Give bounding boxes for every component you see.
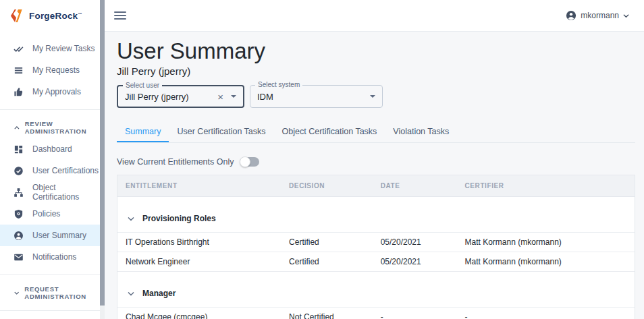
dropdown-arrow-icon[interactable]	[231, 95, 236, 98]
sidebar-scrollbar-thumb[interactable]	[100, 0, 105, 306]
select-user[interactable]: Select user Jill Perry (jperry) ×	[117, 85, 244, 108]
cell-decision: Certified	[281, 252, 373, 271]
cell-date: -	[373, 308, 457, 319]
tab-object-certification-tasks[interactable]: Object Certification Tasks	[274, 121, 385, 142]
select-system[interactable]: Select system IDM	[250, 85, 383, 108]
select-system-label: Select system	[255, 81, 302, 89]
toggle-knob[interactable]	[240, 156, 250, 167]
chevron-down-icon	[14, 291, 19, 295]
sidebar-section-review-administration[interactable]: REVIEW ADMINISTRATION	[0, 117, 105, 138]
group-header-provisioning-roles[interactable]: Provisioning Roles	[117, 197, 635, 233]
sidebar-scrollbar[interactable]	[100, 0, 105, 319]
sidebar-nav: My Review TasksMy RequestsMy ApprovalsRE…	[0, 32, 105, 319]
sidebar-section-request-administration[interactable]: REQUEST ADMINISTRATION	[0, 282, 105, 303]
sidebar-item-policies[interactable]: Policies	[0, 203, 105, 225]
user-avatar-icon	[566, 10, 576, 21]
table-body: Provisioning RolesIT Operations Birthrig…	[117, 197, 635, 319]
select-user-label: Select user	[123, 82, 162, 90]
sitemap-icon	[14, 187, 24, 198]
cell-decision: Not Certified	[281, 308, 373, 319]
column-header-decision: DECISION	[281, 175, 373, 196]
page-title: User Summary	[117, 38, 635, 64]
list-icon	[14, 65, 24, 76]
sidebar-item-object-certifications[interactable]: Object Certifications	[0, 181, 105, 203]
thumbs-up-icon	[14, 87, 24, 97]
sidebar-item-label: Notifications	[32, 252, 76, 262]
column-header-entitlement: ENTITLEMENT	[117, 175, 281, 196]
app-window: ForgeRock™ My Review TasksMy RequestsMy …	[0, 0, 644, 319]
cell-entitlement: Chad Mcgee (cmcgee)	[117, 308, 281, 319]
cell-date: 05/20/2021	[373, 233, 457, 252]
sidebar-divider	[0, 310, 105, 311]
sidebar-item-my-review-tasks[interactable]: My Review Tasks	[0, 38, 105, 59]
sidebar-divider	[0, 274, 105, 275]
tab-summary[interactable]: Summary	[117, 121, 169, 142]
cell-decision: Certified	[281, 233, 373, 252]
sidebar: ForgeRock™ My Review TasksMy RequestsMy …	[0, 0, 105, 319]
sidebar-section-label: REVIEW ADMINISTRATION	[25, 120, 105, 135]
chevron-up-icon	[14, 125, 20, 130]
sidebar-item-my-approvals[interactable]: My Approvals	[0, 81, 105, 103]
sidebar-item-notifications[interactable]: Notifications	[0, 246, 105, 268]
sidebar-item-label: User Certifications	[32, 166, 99, 175]
toggle-label: View Current Entitlements Only	[117, 157, 234, 167]
toggle-row: View Current Entitlements Only	[117, 157, 635, 167]
brand-name: ForgeRock™	[29, 11, 82, 21]
group-header-manager[interactable]: Manager	[117, 272, 635, 308]
table-row: Network EngineerCertified05/20/2021Matt …	[117, 252, 635, 272]
sidebar-item-my-requests[interactable]: My Requests	[0, 59, 105, 81]
sidebar-item-label: My Review Tasks	[32, 44, 95, 53]
account-menu[interactable]: mkormann	[566, 10, 629, 21]
double-check-icon	[14, 44, 24, 54]
entitlements-toggle[interactable]	[241, 157, 259, 167]
user-icon	[14, 231, 24, 241]
sidebar-item-label: My Approvals	[32, 87, 81, 96]
cell-certifier: Matt Kormann (mkormann)	[456, 252, 635, 271]
cell-certifier: -	[456, 308, 635, 319]
mail-icon	[14, 252, 24, 262]
cell-entitlement: IT Operations Birthright	[117, 233, 281, 252]
menu-icon[interactable]	[114, 9, 126, 22]
sidebar-item-dashboard[interactable]: Dashboard	[0, 138, 105, 160]
cell-entitlement: Network Engineer	[117, 252, 281, 271]
column-header-date: DATE	[373, 175, 457, 196]
certificate-seal-icon	[14, 166, 24, 176]
sidebar-divider	[0, 109, 105, 110]
sidebar-item-label: Policies	[32, 209, 60, 219]
sidebar-item-user-certifications[interactable]: User Certifications	[0, 160, 105, 181]
cell-certifier: Matt Kormann (mkormann)	[456, 233, 635, 252]
tab-violation-tasks[interactable]: Violation Tasks	[385, 121, 457, 142]
table-row: Chad Mcgee (cmcgee)Not Certified--	[117, 308, 635, 319]
forgerock-logo-icon	[10, 9, 24, 23]
table-row: IT Operations BirthrightCertified05/20/2…	[117, 233, 635, 252]
chevron-down-icon	[623, 13, 629, 18]
group-name: Manager	[142, 289, 176, 298]
dashboard-grid-icon	[14, 144, 24, 154]
policy-shield-icon	[14, 209, 24, 219]
trademark-mark: ™	[78, 12, 82, 16]
dropdown-arrow-icon[interactable]	[370, 95, 375, 98]
topbar: mkormann	[105, 0, 644, 32]
select-user-value: Jill Perry (jperry)	[125, 92, 217, 102]
page-subtitle: Jill Perry (jperry)	[117, 65, 635, 77]
main-area: mkormann User Summary Jill Perry (jperry…	[105, 0, 644, 319]
table-header: ENTITLEMENTDECISIONDATECERTIFIER	[117, 175, 635, 197]
sidebar-item-label: Dashboard	[32, 144, 72, 154]
select-system-value: IDM	[257, 92, 370, 102]
clear-icon[interactable]: ×	[217, 92, 223, 102]
chevron-down-icon	[128, 216, 134, 221]
brand-logo[interactable]: ForgeRock™	[0, 0, 105, 32]
chevron-down-icon	[128, 291, 134, 296]
sidebar-item-label: User Summary	[32, 231, 86, 240]
tab-user-certification-tasks[interactable]: User Certification Tasks	[169, 121, 273, 142]
sidebar-item-user-summary[interactable]: User Summary	[0, 225, 105, 246]
sidebar-item-label: Object Certifications	[32, 183, 105, 202]
entitlements-table: ENTITLEMENTDECISIONDATECERTIFIER Provisi…	[117, 175, 635, 319]
username-label: mkormann	[581, 11, 619, 20]
page-content: User Summary Jill Perry (jperry) Select …	[105, 32, 644, 319]
group-name: Provisioning Roles	[142, 214, 216, 223]
sidebar-section-label: REQUEST ADMINISTRATION	[24, 285, 105, 300]
cell-date: 05/20/2021	[373, 252, 457, 271]
column-header-certifier: CERTIFIER	[456, 175, 635, 196]
tab-bar: SummaryUser Certification TasksObject Ce…	[117, 121, 635, 143]
